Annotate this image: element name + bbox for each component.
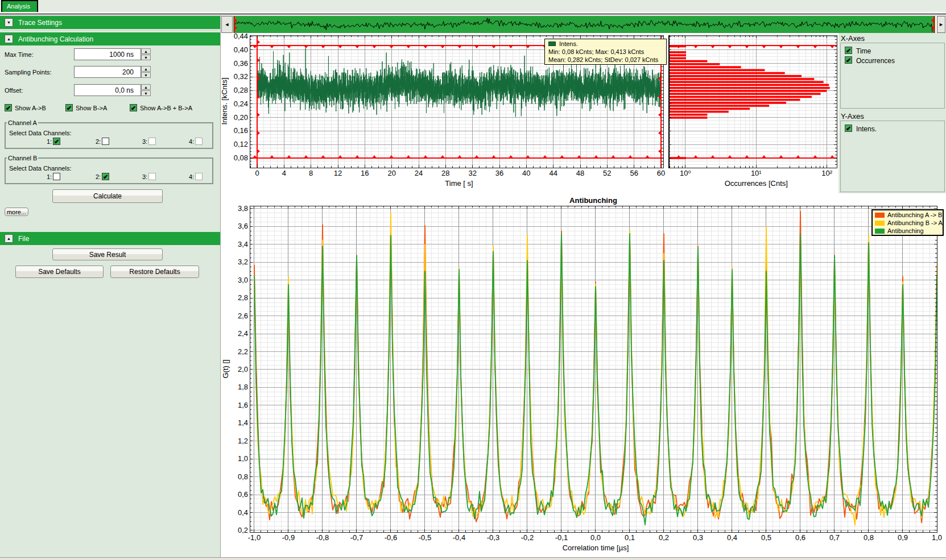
legend-label-sum: Antibunching	[887, 227, 924, 234]
histogram-chart[interactable]: 10⁰10¹10²Occurrences [Cnts]	[668, 35, 837, 188]
save-result-button[interactable]: Save Result	[52, 248, 163, 260]
navigator-strip[interactable]	[233, 16, 935, 33]
svg-text:44: 44	[549, 169, 557, 177]
channel-b-3-label: 3:	[142, 173, 147, 180]
channel-b-1-checkbox[interactable]	[53, 173, 60, 180]
y-axis-intens-checkbox[interactable]: ✔	[845, 125, 852, 132]
show-b-to-a-checkbox[interactable]: ✔	[65, 104, 73, 111]
navigator-scroll-right-button[interactable]: ►	[937, 16, 945, 33]
channel-a-3-checkbox[interactable]	[148, 138, 156, 145]
navigator-scroll-left-button[interactable]: ◄	[221, 16, 233, 33]
x-axes-title: X-Axes	[841, 34, 865, 43]
show-b-to-a-label: Show B->A	[76, 105, 107, 111]
offset-spinner: ▲ ▼	[141, 84, 151, 96]
svg-text:-0,9: -0,9	[282, 533, 295, 542]
tooltip-meanstd: Mean: 0,282 kCnts; StDev: 0,027 kCnts	[548, 56, 664, 64]
x-axis-time-checkbox[interactable]: ✔	[845, 47, 852, 54]
svg-text:1,4: 1,4	[238, 418, 248, 427]
channel-b-3-checkbox[interactable]	[148, 173, 156, 180]
sampling-points-spinner: ▲ ▼	[141, 66, 151, 78]
x-axis-occurrences-checkbox[interactable]: ✔	[845, 56, 852, 64]
legend-row-sum: Antibunching	[875, 227, 943, 235]
max-time-input[interactable]	[74, 48, 141, 60]
svg-text:-0,1: -0,1	[555, 533, 568, 542]
svg-text:0,6: 0,6	[795, 533, 805, 542]
spin-down-button[interactable]: ▼	[141, 90, 151, 96]
calculate-button[interactable]: Calculate	[52, 189, 163, 203]
triangle-up-icon: ▲	[144, 49, 148, 53]
channel-b-2-checkbox[interactable]: ✔	[102, 173, 109, 180]
svg-text:Antibunching: Antibunching	[569, 196, 617, 205]
legend-swatch-sum	[875, 229, 885, 234]
collapse-button-file[interactable]: ▲	[5, 234, 13, 243]
x-axis-occurrences-label: Occurrences	[856, 57, 895, 65]
spin-down-button[interactable]: ▼	[141, 72, 151, 78]
channel-a-2-checkbox[interactable]	[102, 138, 109, 145]
triangle-down-icon: ▼	[7, 20, 11, 24]
restore-defaults-button[interactable]: Restore Defaults	[110, 266, 199, 278]
collapse-button-antibunching[interactable]: ▲	[5, 35, 13, 43]
tooltip-series-row: Intens.	[548, 40, 664, 48]
svg-text:0,28: 0,28	[234, 86, 248, 94]
tab-analysis[interactable]: Analysis	[1, 0, 38, 12]
spin-down-button[interactable]: ▼	[141, 55, 151, 60]
svg-text:-0,4: -0,4	[453, 533, 465, 542]
svg-text:-0,6: -0,6	[385, 533, 397, 542]
offset-input[interactable]	[74, 84, 141, 96]
svg-text:28: 28	[441, 169, 449, 177]
section-header-antibunching-calculation[interactable]: ▲ Antibunching Calculation	[0, 32, 220, 45]
legend-swatch-b-to-a	[875, 221, 885, 226]
x-axis-time-label: Time	[856, 47, 871, 55]
svg-text:20: 20	[387, 169, 395, 177]
svg-text:0,20: 0,20	[234, 113, 248, 122]
svg-text:0,6: 0,6	[238, 490, 248, 499]
sampling-points-label: Sampling Points:	[5, 69, 52, 76]
svg-text:24: 24	[415, 169, 423, 177]
svg-text:32: 32	[468, 169, 476, 177]
collapse-button-trace-settings[interactable]: ▼	[5, 18, 13, 27]
channel-a-1-checkbox[interactable]: ✔	[53, 138, 60, 145]
svg-text:60: 60	[657, 169, 665, 177]
save-defaults-button[interactable]: Save Defaults	[15, 266, 104, 278]
section-header-trace-settings[interactable]: ▼ Trace Settings	[0, 16, 220, 29]
show-sum-checkbox[interactable]: ✔	[130, 104, 137, 111]
svg-text:-0,3: -0,3	[487, 533, 499, 542]
svg-text:0,4: 0,4	[727, 533, 737, 542]
tab-analysis-label: Analysis	[7, 3, 30, 10]
channel-a-group: Channel A Select Data Channels: 1: ✔ 2: …	[5, 119, 213, 149]
svg-text:0: 0	[255, 169, 259, 177]
checkmark-icon: ✔	[846, 125, 851, 132]
legend-label-b-to-a: Antibunching B -> A	[887, 219, 943, 226]
svg-text:10¹: 10¹	[751, 169, 762, 177]
antibunching-chart[interactable]: -1,0-0,9-0,8-0,7-0,6-0,5-0,4-0,3-0,2-0,1…	[221, 196, 942, 552]
show-a-to-b-label: Show A->B	[15, 105, 46, 111]
svg-text:10⁰: 10⁰	[680, 169, 691, 177]
spin-up-button[interactable]: ▲	[141, 84, 151, 90]
svg-text:0,3: 0,3	[693, 533, 703, 542]
sampling-points-input[interactable]	[74, 66, 141, 78]
checkmark-icon: ✔	[131, 105, 136, 111]
svg-text:0,2: 0,2	[238, 526, 248, 534]
svg-text:10²: 10²	[821, 169, 832, 177]
svg-text:1,8: 1,8	[238, 383, 248, 391]
svg-text:2,8: 2,8	[238, 293, 248, 302]
show-a-to-b-checkbox[interactable]: ✔	[5, 104, 12, 111]
channel-b-4-checkbox[interactable]	[195, 173, 203, 180]
svg-text:1,6: 1,6	[238, 401, 248, 409]
spin-up-button[interactable]: ▲	[141, 66, 151, 72]
section-header-file[interactable]: ▲ File	[0, 232, 220, 245]
svg-text:0,36: 0,36	[234, 59, 248, 68]
tab-bar: Analysis	[0, 0, 946, 12]
chart-area: 048121620242832364044485256600,080,120,1…	[221, 15, 946, 557]
checkmark-icon: ✔	[846, 47, 851, 54]
more-button[interactable]: more...	[5, 208, 28, 216]
tooltip-minmax: Min: 0,08 kCnts; Max: 0,413 kCnts	[548, 48, 664, 56]
channel-b-group: Channel B Select Data Channels: 1: 2: ✔ …	[5, 155, 213, 184]
svg-text:Intens. [kCnts]: Intens. [kCnts]	[221, 77, 229, 125]
charts-canvas[interactable]: 048121620242832364044485256600,080,120,1…	[221, 15, 946, 557]
spin-up-button[interactable]: ▲	[141, 48, 151, 54]
svg-text:0,2: 0,2	[659, 533, 669, 542]
svg-text:Time [ s]: Time [ s]	[445, 179, 473, 188]
svg-text:-0,8: -0,8	[316, 533, 329, 542]
channel-a-4-checkbox[interactable]	[195, 138, 203, 145]
